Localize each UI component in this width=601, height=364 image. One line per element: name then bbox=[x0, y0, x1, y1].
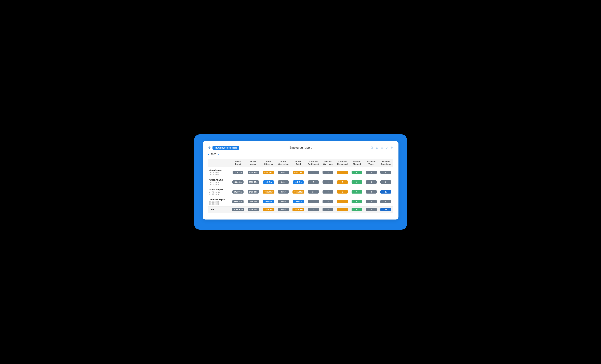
refresh-icon[interactable]: ↻ bbox=[391, 146, 393, 150]
table-cell: 189h 45m bbox=[230, 177, 246, 187]
filter-gear-icon[interactable]: ⚙ bbox=[208, 146, 211, 150]
table-cell: 25 bbox=[379, 207, 393, 213]
employees-badge[interactable]: 4 Employees selected bbox=[212, 146, 239, 150]
value-badge: 0 bbox=[337, 208, 348, 211]
table-cell: 0 bbox=[364, 197, 379, 207]
table-cell: +22h 0m bbox=[291, 197, 306, 207]
table-cell: 25 bbox=[306, 187, 321, 197]
table-cell: 1076h 30m bbox=[230, 207, 246, 213]
table-row: Anna Lewis 30.03.2023 – 30.03.2023 171h … bbox=[208, 167, 393, 177]
value-badge: 246h 15m bbox=[248, 200, 259, 203]
prev-year-button[interactable]: ‹ bbox=[208, 153, 209, 156]
employee-name: Chris Adams bbox=[210, 179, 229, 181]
table-row: Chris Adams 30.03.2023 – 30.03.2023 189h… bbox=[208, 177, 393, 187]
value-badge: 0 bbox=[308, 200, 319, 203]
value-badge: 0 bbox=[322, 171, 333, 174]
table-cell: -39h 14m bbox=[261, 167, 276, 177]
value-badge: 131h 45m bbox=[248, 171, 259, 174]
value-badge: -342h 55m bbox=[292, 190, 304, 193]
employee-dates: 01.01.2023 – 31.12.2023 bbox=[210, 191, 229, 195]
header-right: 🗒 ⚙ ⊞ ⤢ ↻ bbox=[370, 146, 393, 150]
value-badge: 0 bbox=[322, 200, 333, 203]
table-cell: 0 bbox=[350, 187, 364, 197]
table-cell: -356h 10m bbox=[291, 207, 306, 213]
employee-info: Vanessa Taylor 30.03.2023 – 30.03.2023 bbox=[208, 197, 230, 207]
expand-icon[interactable]: ⤢ bbox=[386, 146, 388, 150]
col-vac-entitlement: VacationEntitlement bbox=[306, 159, 321, 167]
table-cell: -39h 14m bbox=[291, 167, 306, 177]
next-year-button[interactable]: › bbox=[218, 153, 219, 156]
table-cell: 0 bbox=[335, 197, 350, 207]
table-cell: 171h 0m bbox=[230, 167, 246, 177]
table-cell: 720h 19m bbox=[246, 207, 261, 213]
table-cell: 224h 15m bbox=[230, 197, 246, 207]
col-vac-requested: VacationRequested bbox=[335, 159, 350, 167]
table-row: Steve Rogers 01.01.2023 – 31.12.2023 491… bbox=[208, 187, 393, 197]
employee-dates: 30.03.2023 – 30.03.2023 bbox=[210, 201, 229, 205]
col-hours-diff: HoursDifference bbox=[261, 159, 276, 167]
total-label: Total bbox=[208, 207, 230, 213]
table-cell: 0 bbox=[364, 207, 379, 213]
table-cell: 0 bbox=[335, 167, 350, 177]
table-cell: 0h 0m bbox=[276, 167, 291, 177]
value-badge: 25 bbox=[381, 190, 391, 193]
col-vac-carryover: VacationCarryover bbox=[321, 159, 335, 167]
table-cell: 0h 0m bbox=[276, 207, 291, 213]
table-row: Vanessa Taylor 30.03.2023 – 30.03.2023 2… bbox=[208, 197, 393, 207]
table-cell: 0 bbox=[364, 187, 379, 197]
table-cell: 0 bbox=[364, 177, 379, 187]
value-badge: +4h 0m bbox=[263, 180, 274, 184]
table-cell: 0 bbox=[350, 167, 364, 177]
col-hours-total: HoursTotal bbox=[291, 159, 306, 167]
value-badge: 491h 30m bbox=[232, 190, 243, 193]
value-badge: 720h 19m bbox=[248, 208, 259, 211]
value-badge: -342h 55m bbox=[263, 190, 274, 193]
value-badge: -356h 10m bbox=[263, 208, 274, 211]
value-badge: 0 bbox=[381, 180, 391, 184]
table-cell: 0 bbox=[335, 207, 350, 213]
value-badge: 0 bbox=[366, 171, 377, 174]
table-cell: 0 bbox=[321, 197, 335, 207]
value-badge: -39h 14m bbox=[293, 171, 304, 174]
employee-info: Chris Adams 30.03.2023 – 30.03.2023 bbox=[208, 177, 230, 187]
value-badge: 0 bbox=[351, 200, 362, 203]
value-badge: 0 bbox=[351, 180, 362, 184]
value-badge: 0 bbox=[322, 208, 333, 211]
table-cell: 0 bbox=[379, 197, 393, 207]
col-vac-remaining: VacationRemaining bbox=[379, 159, 393, 167]
grid-icon[interactable]: ⊞ bbox=[381, 146, 383, 150]
table-cell: 0 bbox=[335, 187, 350, 197]
value-badge: +22h 0m bbox=[293, 200, 304, 203]
table-cell: 25 bbox=[306, 207, 321, 213]
value-badge: 0 bbox=[337, 180, 348, 184]
col-employee bbox=[208, 159, 230, 167]
value-badge: 25 bbox=[308, 208, 319, 211]
report-title: Employee report bbox=[289, 146, 311, 150]
year-nav: ‹ 2023 › bbox=[208, 153, 393, 156]
table-cell: 0 bbox=[350, 207, 364, 213]
value-badge: 0 bbox=[337, 171, 348, 174]
value-badge: 0 bbox=[381, 171, 391, 174]
table-cell: -356h 10m bbox=[261, 207, 276, 213]
value-badge: 0 bbox=[308, 171, 319, 174]
table-cell: -342h 55m bbox=[291, 187, 306, 197]
value-badge: 193h 45m bbox=[248, 180, 259, 184]
value-badge: 1076h 30m bbox=[232, 208, 244, 211]
year-label: 2023 bbox=[211, 153, 216, 156]
header-left: ⚙ 4 Employees selected bbox=[208, 146, 239, 150]
table-cell: +22h 0m bbox=[261, 197, 276, 207]
col-vac-taken: VacationTaken bbox=[364, 159, 379, 167]
employee-name: Anna Lewis bbox=[210, 169, 229, 171]
employee-dates: 30.03.2023 – 30.03.2023 bbox=[210, 172, 229, 176]
value-badge: 171h 0m bbox=[232, 171, 243, 174]
table-cell: 148h 34m bbox=[246, 187, 261, 197]
employee-name: Vanessa Taylor bbox=[210, 198, 229, 201]
table-cell: 0 bbox=[321, 167, 335, 177]
value-badge: -39h 14m bbox=[263, 171, 274, 174]
file-icon[interactable]: 🗒 bbox=[370, 146, 373, 150]
gear-icon[interactable]: ⚙ bbox=[376, 146, 378, 150]
value-badge: -356h 10m bbox=[292, 208, 304, 211]
value-badge: 0h 0m bbox=[278, 180, 289, 184]
table-cell: 25 bbox=[379, 187, 393, 197]
table-cell: 0 bbox=[306, 197, 321, 207]
